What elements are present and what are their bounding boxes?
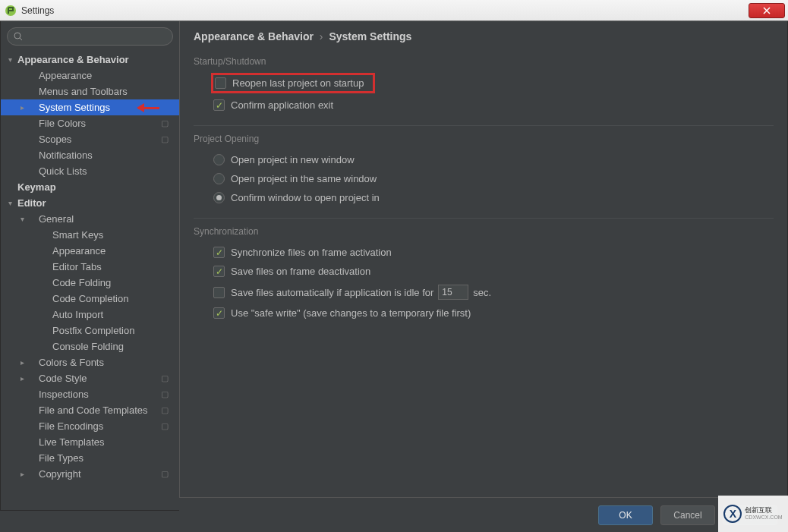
section-startup: Startup/Shutdown Reopen last project on … [194, 56, 774, 126]
tree-item-label: Editor Tabs [52, 261, 179, 272]
tree-item-smart-keys[interactable]: Smart Keys [1, 227, 179, 243]
tree-item-menus-and-toolbars[interactable]: Menus and Toolbars [1, 83, 179, 99]
chevron-right-icon: › [320, 30, 323, 42]
svg-line-2 [20, 38, 22, 40]
tree-item-file-colors[interactable]: File Colors▢ [1, 115, 179, 131]
tree-item-label: Console Folding [52, 341, 179, 352]
open-new-window-label[interactable]: Open project in new window [231, 154, 355, 165]
tree-item-label: File Types [39, 452, 179, 464]
tree-item-notifications[interactable]: Notifications [1, 147, 179, 163]
tree-item-label: Menus and Toolbars [39, 86, 179, 97]
confirm-exit-label[interactable]: Confirm application exit [231, 99, 333, 111]
search-icon [14, 32, 23, 41]
tree-item-auto-import[interactable]: Auto Import [1, 307, 179, 323]
breadcrumb-parent[interactable]: Appearance & Behavior [194, 30, 314, 42]
chevron-right-icon: ▸ [17, 103, 27, 112]
confirm-window-radio[interactable] [213, 192, 225, 203]
auto-save-prefix[interactable]: Save files automatically if application … [231, 287, 433, 298]
confirm-exit-checkbox[interactable] [213, 99, 225, 111]
svg-point-1 [14, 33, 20, 39]
share-icon: ▢ [161, 118, 173, 128]
tree-item-label: Appearance [52, 245, 179, 257]
tree-item-appearance-behavior[interactable]: ▾Appearance & Behavior [1, 52, 179, 68]
breadcrumb-current: System Settings [329, 30, 411, 42]
tree-item-label: Auto Import [52, 309, 179, 320]
tree-item-quick-lists[interactable]: Quick Lists [1, 163, 179, 179]
tree-item-general[interactable]: ▾General [1, 211, 179, 227]
sync-frame-label[interactable]: Synchronize files on frame activation [231, 247, 392, 258]
search-input[interactable] [26, 31, 166, 42]
share-icon: ▢ [161, 421, 173, 431]
tree-item-postfix-completion[interactable]: Postfix Completion [1, 323, 179, 338]
close-button[interactable] [749, 3, 785, 18]
tree-item-appearance[interactable]: Appearance [1, 68, 179, 83]
safe-write-label[interactable]: Use "safe write" (save changes to a temp… [231, 307, 471, 319]
tree-item-console-folding[interactable]: Console Folding [1, 338, 179, 354]
tree-item-file-and-code-templates[interactable]: File and Code Templates▢ [1, 402, 179, 418]
ok-button[interactable]: OK [598, 505, 653, 525]
content-panel: Appearance & Behavior › System Settings … [180, 21, 787, 510]
open-new-window-radio[interactable] [213, 154, 225, 165]
chevron-right-icon: ▸ [17, 374, 27, 382]
idle-seconds-input[interactable] [438, 285, 468, 300]
auto-save-checkbox[interactable] [213, 287, 225, 298]
confirm-window-label[interactable]: Confirm window to open project in [231, 192, 380, 203]
share-icon: ▢ [161, 134, 173, 144]
confirm-exit-row: Confirm application exit [194, 96, 774, 115]
confirm-window-row: Confirm window to open project in [194, 188, 774, 207]
tree-item-copyright[interactable]: ▸Copyright▢ [1, 466, 179, 482]
reopen-checkbox[interactable] [215, 77, 226, 89]
sync-frame-checkbox[interactable] [213, 247, 225, 258]
section-sync: Synchronization Synchronize files on fra… [194, 226, 774, 333]
auto-save-suffix: sec. [473, 287, 491, 298]
tree-item-code-style[interactable]: ▸Code Style▢ [1, 370, 179, 386]
tree-item-live-templates[interactable]: Live Templates [1, 434, 179, 450]
tree-item-label: Code Completion [52, 293, 179, 304]
reopen-label[interactable]: Reopen last project on startup [232, 77, 364, 89]
tree-item-label: Quick Lists [39, 165, 179, 177]
tree-item-label: Smart Keys [52, 229, 179, 241]
open-same-window-label[interactable]: Open project in the same window [231, 173, 377, 184]
tree-item-keymap[interactable]: Keymap [1, 179, 179, 195]
section-title: Synchronization [194, 226, 774, 237]
tree-item-label: Copyright [39, 468, 161, 480]
tree-item-code-folding[interactable]: Code Folding [1, 275, 179, 291]
tree-item-label: Inspections [39, 389, 161, 400]
save-deactivation-label[interactable]: Save files on frame deactivation [231, 266, 370, 277]
highlight-reopen: Reopen last project on startup [211, 73, 375, 93]
section-title: Project Opening [194, 134, 774, 144]
tree-item-label: System Settings [39, 102, 137, 113]
tree-item-inspections[interactable]: Inspections▢ [1, 386, 179, 402]
section-opening: Project Opening Open project in new wind… [194, 134, 774, 219]
tree-item-label: Live Templates [39, 436, 179, 448]
titlebar: Settings [0, 0, 788, 21]
tree-item-label: Scopes [39, 134, 161, 145]
tree-item-appearance[interactable]: Appearance [1, 243, 179, 259]
button-bar: OK Cancel Apply [179, 497, 788, 532]
tree-item-label: Postfix Completion [52, 325, 179, 336]
search-box[interactable] [7, 27, 173, 46]
tree-item-system-settings[interactable]: ▸System Settings [1, 99, 179, 115]
section-title: Startup/Shutdown [194, 56, 774, 67]
tree-item-file-types[interactable]: File Types [1, 450, 179, 466]
open-same-window-radio[interactable] [213, 173, 225, 184]
safe-write-checkbox[interactable] [213, 307, 225, 319]
tree-item-editor[interactable]: ▾Editor [1, 195, 179, 211]
save-deactivation-row: Save files on frame deactivation [194, 262, 774, 281]
save-deactivation-checkbox[interactable] [213, 266, 225, 277]
sidebar: ▾Appearance & BehaviorAppearanceMenus an… [1, 21, 180, 510]
tree-item-label: Appearance & Behavior [17, 54, 179, 65]
tree-item-scopes[interactable]: Scopes▢ [1, 131, 179, 147]
tree-item-label: Editor [17, 197, 179, 209]
app-icon [5, 5, 17, 17]
tree-item-code-completion[interactable]: Code Completion [1, 291, 179, 307]
tree-item-colors-fonts[interactable]: ▸Colors & Fonts [1, 354, 179, 370]
tree-item-editor-tabs[interactable]: Editor Tabs [1, 259, 179, 275]
arrow-left-icon [137, 103, 167, 112]
tree-item-file-encodings[interactable]: File Encodings▢ [1, 418, 179, 434]
chevron-right-icon: ▸ [17, 358, 27, 367]
tree-item-label: File Colors [39, 118, 161, 129]
share-icon: ▢ [161, 469, 173, 479]
tree-item-label: General [39, 213, 179, 225]
cancel-button[interactable]: Cancel [660, 505, 715, 525]
